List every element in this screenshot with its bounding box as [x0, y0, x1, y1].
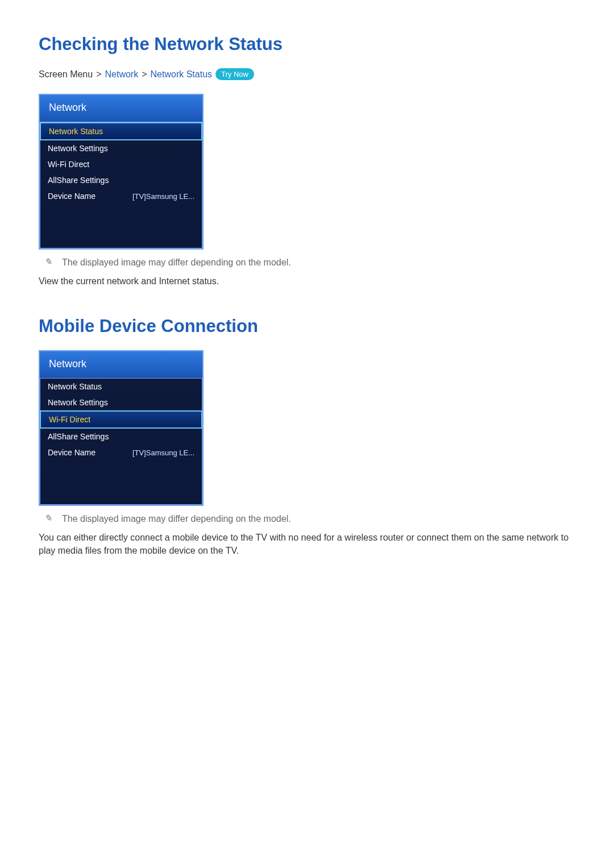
heading: Mobile Device Connection: [39, 316, 580, 337]
note-text: The displayed image may differ depending…: [62, 514, 291, 524]
menu-body: Network Status Network Settings Wi-Fi Di…: [40, 379, 202, 505]
menu-panel: Network Network Status Network Settings …: [39, 94, 204, 250]
menu-panel: Network Network Status Network Settings …: [39, 350, 204, 506]
menu-item-network-status[interactable]: Network Status: [40, 122, 202, 140]
note: ✎ The displayed image may differ dependi…: [39, 258, 580, 268]
pencil-icon: ✎: [44, 514, 52, 523]
menu-item-label: AllShare Settings: [48, 176, 109, 185]
menu-item-value: [TV]Samsung LE...: [132, 448, 194, 457]
menu-item-network-settings[interactable]: Network Settings: [40, 394, 202, 410]
menu-item-label: AllShare Settings: [48, 432, 109, 441]
menu-item-label: Network Settings: [48, 144, 108, 153]
note: ✎ The displayed image may differ dependi…: [39, 514, 580, 524]
menu-item-label: Wi-Fi Direct: [48, 160, 89, 169]
menu-title: Network: [40, 95, 202, 122]
pencil-icon: ✎: [44, 258, 52, 267]
menu-item-network-settings[interactable]: Network Settings: [40, 140, 202, 156]
note-text: The displayed image may differ depending…: [62, 258, 291, 268]
menu-item-network-status[interactable]: Network Status: [40, 379, 202, 394]
chevron-right-icon: >: [142, 69, 147, 80]
section-network-status: Checking the Network Status Screen Menu …: [39, 34, 580, 288]
menu-item-value: [TV]Samsung LE...: [132, 192, 194, 201]
menu-item-label: Device Name: [48, 448, 96, 457]
menu-item-label: Device Name: [48, 192, 96, 201]
chevron-right-icon: >: [96, 69, 101, 80]
description: You can either directly connect a mobile…: [39, 531, 580, 557]
breadcrumb: Screen Menu > Network > Network Status T…: [39, 68, 580, 80]
heading: Checking the Network Status: [39, 34, 580, 55]
menu-item-wifi-direct[interactable]: Wi-Fi Direct: [40, 410, 202, 429]
breadcrumb-link-network-status[interactable]: Network Status: [151, 69, 212, 80]
menu-item-label: Wi-Fi Direct: [49, 415, 90, 424]
menu-item-label: Network Status: [49, 127, 103, 136]
menu-body: Network Status Network Settings Wi-Fi Di…: [40, 122, 202, 248]
menu-item-allshare-settings[interactable]: AllShare Settings: [40, 429, 202, 445]
description: View the current network and Internet st…: [39, 275, 580, 288]
section-mobile-device-connection: Mobile Device Connection Network Network…: [39, 316, 580, 557]
breadcrumb-link-network[interactable]: Network: [105, 69, 139, 80]
menu-item-allshare-settings[interactable]: AllShare Settings: [40, 172, 202, 188]
menu-item-label: Network Status: [48, 382, 102, 391]
breadcrumb-prefix: Screen Menu: [39, 69, 93, 80]
menu-item-label: Network Settings: [48, 398, 108, 407]
try-now-badge[interactable]: Try Now: [215, 68, 254, 80]
menu-item-device-name[interactable]: Device Name [TV]Samsung LE...: [40, 188, 202, 204]
menu-item-device-name[interactable]: Device Name [TV]Samsung LE...: [40, 445, 202, 460]
menu-item-wifi-direct[interactable]: Wi-Fi Direct: [40, 156, 202, 172]
menu-title: Network: [40, 351, 202, 379]
